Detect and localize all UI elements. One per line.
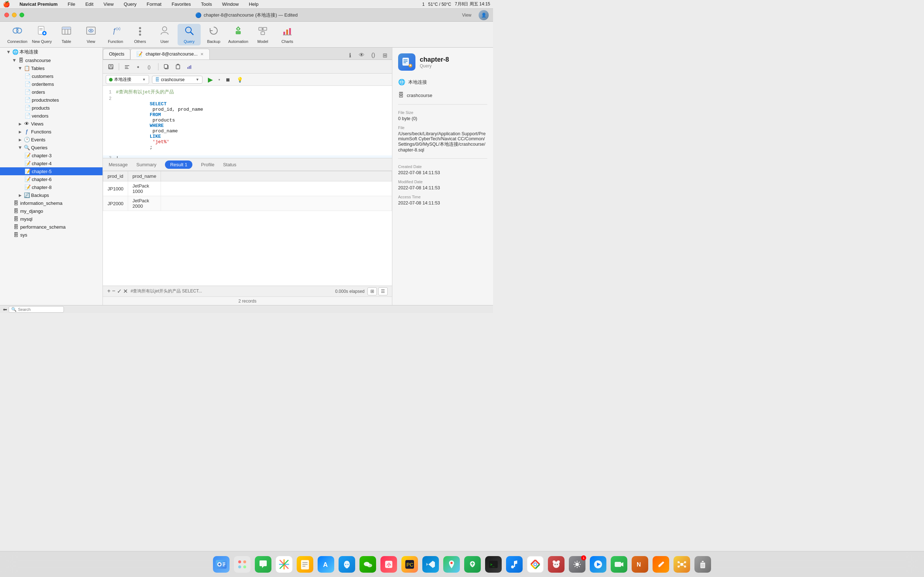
sidebar-query-chapter4[interactable]: 📝 chapter-4 [0,160,102,167]
sidebar-queries-group[interactable]: ▶ 🔍 Queries [0,143,102,152]
app-name[interactable]: Navicat Premium [17,1,60,8]
toolbar-view[interactable]: View [79,24,102,45]
beautify-button[interactable]: ✦ [134,62,144,71]
result-tab-result1[interactable]: Result 1 [165,161,192,169]
tab-close-button[interactable]: ✕ [200,52,204,56]
sidebar-db-my_django[interactable]: 🗄 my_django [0,207,102,215]
grid-button[interactable]: ⊞ [380,51,389,60]
arrow-events: ▶ [19,138,22,142]
result-tab-summary[interactable]: Summary [136,161,157,169]
table-row[interactable]: JP2000 JetPack 2000 [103,196,392,211]
connection-selector[interactable]: 本地连接 ▼ [106,75,149,84]
cell-prod_name-0: JetPack 1000 [128,181,161,196]
sidebar-query-chapter6[interactable]: 📝 chapter-6 [0,175,102,183]
code-line-1: 1 #查询所有以jet开头的产品 [103,89,392,96]
explain-button[interactable]: 💡 [235,75,245,84]
sidebar-events-group[interactable]: ▶ 🕐 Events [0,135,102,143]
close-button[interactable] [4,13,9,17]
search-input[interactable] [18,307,61,311]
sidebar-table-vendors[interactable]: 📄 vendors [0,112,102,120]
grid-view-button[interactable]: ⊞ [367,287,377,295]
svg-rect-12 [62,27,71,29]
menu-format[interactable]: Format [144,1,163,8]
right-panel-file-section: File /Users/beck/Library/Application Sup… [398,126,487,153]
sidebar-db-mysql[interactable]: 🗄 mysql [0,215,102,223]
toolbar-backup[interactable]: Backup [202,24,225,45]
sidebar-database-crashcourse[interactable]: ▶ 🗄 crashcourse [0,56,102,64]
copy-button[interactable] [162,62,171,71]
sidebar-toggle[interactable]: ⬅ [3,306,7,312]
paste-button[interactable] [173,62,183,71]
keyword-from: FROM [150,112,161,118]
toolbar-function[interactable]: ƒ (x) Function [104,24,127,45]
sidebar-views-group[interactable]: ▶ 👁 Views [0,120,102,128]
sidebar-functions-group[interactable]: ▶ ƒ Functions [0,128,102,135]
apple-menu[interactable]: 🍎 [3,1,10,8]
add-row-button[interactable]: + [107,288,110,295]
menu-favorites[interactable]: Favorites [169,1,193,8]
menu-file[interactable]: File [66,1,78,8]
remove-row-button[interactable]: − [112,288,115,295]
maximize-button[interactable] [19,13,24,17]
info-button[interactable]: ℹ [346,51,354,60]
toolbar-query[interactable]: Query [178,24,201,45]
toolbar-connection[interactable]: Connection [6,24,29,45]
run-dot-button[interactable]: • [218,77,220,82]
save-query-button[interactable] [106,62,116,71]
menu-window[interactable]: Window [220,1,241,8]
sidebar-query-chapter3[interactable]: 📝 chapter-3 [0,152,102,160]
right-panel-filesize-section: File Size 0 byte (0) [398,110,487,121]
wrap-button[interactable]: () [145,62,155,71]
db-sys-label: sys [20,232,27,238]
toolbar-charts[interactable]: Charts [276,24,299,45]
menu-edit[interactable]: Edit [83,1,95,8]
run-query-button[interactable]: ▶ [205,75,215,84]
toolbar-new-query[interactable]: New Query [30,24,53,45]
sidebar-table-productnotes[interactable]: 📄 productnotes [0,96,102,104]
result-tab-message[interactable]: Message [109,161,128,169]
menu-help[interactable]: Help [247,1,261,8]
menu-view[interactable]: View [102,1,116,8]
sidebar-query-chapter8[interactable]: 📝 chapter-8 [0,183,102,191]
query-status-bar: + − ✓ ✕ #查询所有以jet开头的产品 SELECT... 0.000s … [103,285,392,297]
user-toolbar-icon [159,25,170,38]
format-button[interactable] [122,62,132,71]
result-tab-profile[interactable]: Profile [201,161,215,169]
cancel-button[interactable]: ✕ [123,288,128,295]
sidebar-db-information_schema[interactable]: 🗄 information_schema [0,199,102,207]
connection-small-icon: 🌐 [398,79,405,85]
sidebar-query-chapter5[interactable]: 📝 chapter-5 [0,167,102,175]
sidebar-table-products[interactable]: 📄 products [0,104,102,112]
sidebar-tables-group[interactable]: ▶ 📋 Tables [0,64,102,72]
tab-objects[interactable]: Objects [103,49,130,60]
svg-text:(x): (x) [116,27,121,31]
stop-button[interactable]: ⏹ [223,75,233,84]
sidebar-backups-group[interactable]: ▶ 🔄 Backups [0,191,102,199]
sidebar-search[interactable]: 🔍 [9,306,64,313]
result-tab-status[interactable]: Status [223,161,236,169]
form-view-button[interactable]: ☰ [378,287,388,295]
sidebar-table-orderitems[interactable]: 📄 orderitems [0,80,102,88]
confirm-button[interactable]: ✓ [117,288,122,295]
parentheses-button[interactable]: () [369,51,378,60]
toolbar-model[interactable]: Model [251,24,274,45]
menu-tools[interactable]: Tools [199,1,214,8]
sidebar-db-sys[interactable]: 🗄 sys [0,231,102,239]
toolbar-others[interactable]: Others [129,24,152,45]
toolbar-table[interactable]: Table [55,24,78,45]
analyze-button[interactable] [184,62,195,71]
sidebar-connection[interactable]: ▶ 🌐 本地连接 [0,48,102,56]
toolbar-automation[interactable]: Automation [227,24,250,45]
preview-button[interactable]: 👁 [357,51,366,60]
tab-query[interactable]: 📝 chapter-8@crashcourse... ✕ [130,49,210,60]
table-row[interactable]: JP1000 JetPack 1000 [103,181,392,196]
code-editor[interactable]: 1 #查询所有以jet开头的产品 2 SELECT prod_id, prod_… [103,86,392,158]
user-avatar[interactable]: 👤 [478,10,489,20]
database-selector[interactable]: 🗄 crashcourse ▼ [152,76,202,84]
minimize-button[interactable] [12,13,16,17]
sidebar-db-performance_schema[interactable]: 🗄 performance_schema [0,223,102,231]
toolbar-user[interactable]: User [153,24,176,45]
sidebar-table-customers[interactable]: 📄 customers [0,72,102,80]
menu-query[interactable]: Query [122,1,139,8]
sidebar-table-orders[interactable]: 📄 orders [0,88,102,96]
